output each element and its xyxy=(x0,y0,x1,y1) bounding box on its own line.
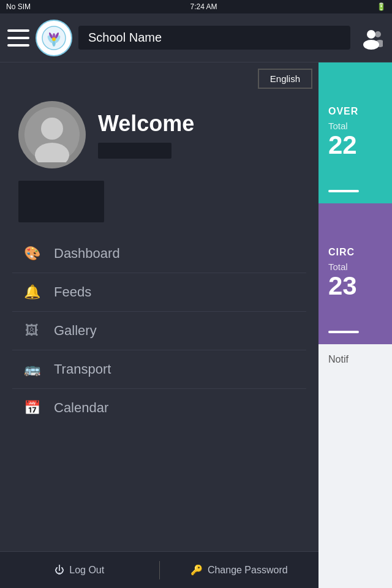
bottom-bar: ⏻ Log Out 🔑 Change Password xyxy=(0,551,318,588)
user-name-bar xyxy=(98,143,172,159)
menu-icon[interactable] xyxy=(7,27,29,49)
key-icon: 🔑 xyxy=(190,564,203,576)
main-area: English Welcome 🎨 Dashboard xyxy=(0,62,392,588)
power-icon: ⏻ xyxy=(55,565,64,576)
nav-label-gallery: Gallery xyxy=(54,323,97,339)
status-bar: No SIM 7:24 AM 🔋 xyxy=(0,0,392,13)
overview-total-label: Total xyxy=(328,121,382,131)
circulation-total-number: 23 xyxy=(328,272,382,300)
school-name-title: School Name xyxy=(78,26,350,50)
nav-label-transport: Transport xyxy=(54,361,111,377)
svg-point-8 xyxy=(367,30,375,39)
gallery-icon: 🖼 xyxy=(22,323,42,339)
overview-underline xyxy=(328,190,359,192)
user-section: Welcome xyxy=(0,89,318,181)
dashboard-icon: 🎨 xyxy=(22,246,42,262)
svg-point-10 xyxy=(375,31,381,37)
nav-label-calendar: Calendar xyxy=(54,400,108,416)
svg-point-7 xyxy=(52,37,56,41)
transport-icon: 🚌 xyxy=(22,361,42,377)
user-info: Welcome xyxy=(98,111,194,159)
notification-area: Notif xyxy=(318,344,392,588)
nav-item-calendar[interactable]: 📅 Calendar xyxy=(12,389,306,427)
avatar xyxy=(18,101,86,168)
svg-point-13 xyxy=(41,118,63,140)
calendar-icon: 📅 xyxy=(22,400,42,416)
overview-card: OVER Total 22 xyxy=(318,62,392,203)
welcome-text: Welcome xyxy=(98,111,194,137)
status-no-sim: No SIM xyxy=(6,2,31,11)
school-logo xyxy=(36,20,72,56)
nav-item-transport[interactable]: 🚌 Transport xyxy=(12,350,306,389)
nav-menu: 🎨 Dashboard 🔔 Feeds 🖼 Gallery 🚌 Transpor… xyxy=(0,235,318,551)
change-password-label: Change Password xyxy=(208,565,288,576)
notif-label: Notif xyxy=(328,354,349,365)
overview-label: OVER xyxy=(328,106,382,117)
logout-button[interactable]: ⏻ Log Out xyxy=(0,552,159,588)
nav-item-feeds[interactable]: 🔔 Feeds xyxy=(12,273,306,312)
status-battery: 🔋 xyxy=(377,2,386,11)
status-time: 7:24 AM xyxy=(190,2,217,11)
language-area: English xyxy=(0,62,318,89)
nav-item-dashboard[interactable]: 🎨 Dashboard xyxy=(12,235,306,273)
circulation-total-label: Total xyxy=(328,262,382,272)
nav-item-gallery[interactable]: 🖼 Gallery xyxy=(12,312,306,350)
right-panel: OVER Total 22 CIRC Total 23 Notif xyxy=(318,62,392,588)
app-header: School Name xyxy=(0,13,392,62)
logout-label: Log Out xyxy=(69,565,104,576)
circulation-underline xyxy=(328,331,359,333)
change-password-button[interactable]: 🔑 Change Password xyxy=(160,552,319,588)
sidebar: English Welcome 🎨 Dashboard xyxy=(0,62,318,588)
profile-icon[interactable] xyxy=(358,24,385,51)
feeds-icon: 🔔 xyxy=(22,284,42,300)
user-card xyxy=(18,181,104,222)
nav-label-feeds: Feeds xyxy=(54,284,91,300)
circulation-label: CIRC xyxy=(328,247,382,258)
nav-label-dashboard: Dashboard xyxy=(54,246,120,262)
overview-total-number: 22 xyxy=(328,131,382,159)
circulation-card: CIRC Total 23 xyxy=(318,203,392,344)
language-button[interactable]: English xyxy=(258,69,312,89)
